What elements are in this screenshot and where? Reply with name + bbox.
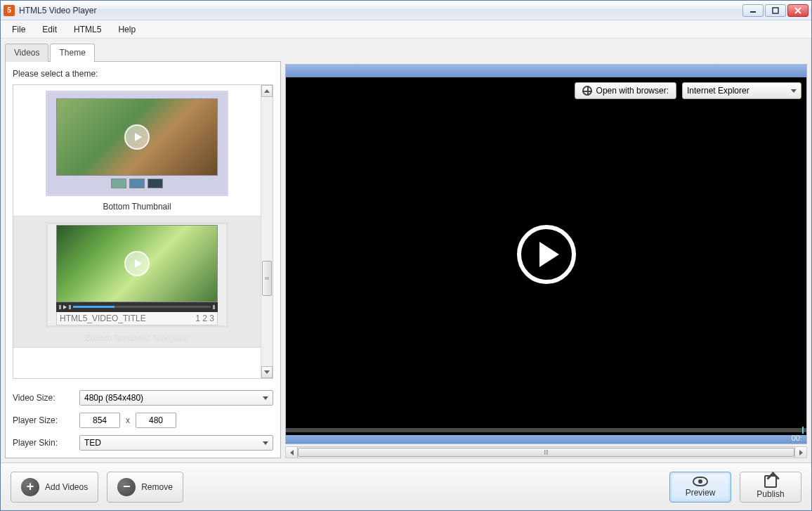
eye-icon	[693, 477, 708, 486]
globe-icon	[582, 86, 592, 96]
theme-thumbnail-row	[111, 179, 163, 188]
scroll-down-button[interactable]	[261, 366, 273, 378]
publish-icon	[764, 475, 777, 488]
menu-help[interactable]: Help	[111, 22, 143, 37]
minimize-button[interactable]	[742, 4, 764, 17]
window-title: HTML5 Video Player	[19, 6, 742, 15]
theme-title-bar: HTML5_VIDEO_TITLE 1 2 3	[56, 312, 218, 325]
play-button-icon[interactable]	[517, 225, 576, 284]
player-header-strip	[286, 65, 806, 77]
preview-label: Preview	[686, 488, 716, 498]
scroll-up-button[interactable]	[261, 85, 273, 97]
player-width-input[interactable]	[79, 413, 120, 428]
remove-label: Remove	[141, 482, 173, 492]
player-size-row: x	[79, 413, 273, 428]
video-size-label: Video Size:	[13, 393, 79, 403]
theme-list-container: Bottom Thumbnail	[13, 84, 273, 379]
app-window: 5 HTML5 Video Player File Edit HTML5 Hel…	[0, 0, 812, 511]
theme-scrollbar[interactable]	[261, 85, 273, 378]
theme-list: Bottom Thumbnail	[13, 85, 261, 378]
player-height-input[interactable]	[136, 413, 176, 428]
play-overlay-icon	[124, 251, 150, 276]
add-videos-button[interactable]: + Add Videos	[11, 472, 98, 503]
left-panel: Videos Theme Please select a theme:	[5, 39, 281, 458]
chevron-down-icon	[263, 396, 268, 400]
tab-videos[interactable]: Videos	[5, 44, 48, 62]
theme-mini-title: HTML5_VIDEO_TITLE	[60, 313, 146, 323]
menu-html5[interactable]: HTML5	[67, 22, 108, 37]
close-button[interactable]	[787, 4, 808, 17]
theme-caption: Bottom Thumbnail	[103, 202, 171, 212]
publish-label: Publish	[757, 489, 784, 499]
player-size-label: Player Size:	[13, 415, 79, 425]
content-area: Open with browser: Internet Explorer Vid…	[1, 39, 811, 463]
theme-panel-body: Please select a theme: Bottom Thumbnail	[5, 61, 281, 458]
browser-select[interactable]: Internet Explorer	[682, 82, 801, 99]
menu-edit[interactable]: Edit	[35, 22, 64, 37]
window-controls	[742, 4, 808, 17]
preview-button[interactable]: Preview	[669, 472, 731, 503]
theme-caption: Bottom Numberic Navigator	[85, 333, 188, 343]
theme-item[interactable]: HTML5_VIDEO_TITLE 1 2 3 Bottom Numberic …	[13, 216, 261, 348]
player-footer-strip	[286, 435, 806, 444]
app-icon: 5	[4, 5, 15, 16]
theme-video-frame	[56, 98, 218, 176]
settings-grid: Video Size: 480p (854x480) Player Size: …	[13, 390, 273, 451]
open-with-browser-button[interactable]: Open with browser:	[575, 82, 676, 99]
remove-button[interactable]: − Remove	[107, 472, 183, 503]
publish-button[interactable]: Publish	[740, 472, 801, 503]
right-panel: 00:	[285, 64, 807, 458]
video-player[interactable]: 00:	[285, 64, 807, 444]
plus-icon: +	[21, 478, 39, 496]
chevron-down-icon	[791, 89, 797, 93]
tabs-row: Videos Theme	[5, 43, 281, 61]
progress-bar[interactable]	[286, 428, 806, 432]
player-skin-value: TED	[84, 438, 101, 448]
horizontal-scrollbar[interactable]	[285, 446, 807, 458]
video-size-select[interactable]: 480p (854x480)	[79, 390, 273, 406]
theme-mini-pages: 1 2 3	[195, 313, 214, 323]
menubar: File Edit HTML5 Help	[1, 20, 811, 39]
minus-icon: −	[117, 478, 136, 496]
h-scrollbar-thumb[interactable]	[298, 448, 794, 457]
maximize-button[interactable]	[765, 4, 786, 17]
svg-rect-1	[773, 8, 778, 13]
time-display: 00:	[792, 434, 802, 442]
titlebar[interactable]: 5 HTML5 Video Player	[1, 1, 811, 20]
player-skin-select[interactable]: TED	[79, 435, 273, 451]
scroll-right-button[interactable]	[794, 447, 806, 458]
theme-heading: Please select a theme:	[13, 69, 273, 79]
theme-preview: HTML5_VIDEO_TITLE 1 2 3	[46, 222, 228, 328]
player-skin-label: Player Skin:	[13, 438, 79, 448]
browser-select-value: Internet Explorer	[687, 86, 749, 96]
chevron-down-icon	[263, 441, 268, 445]
add-videos-label: Add Videos	[45, 482, 88, 492]
browser-toolbar: Open with browser: Internet Explorer	[575, 82, 801, 99]
theme-preview	[46, 91, 228, 196]
play-overlay-icon	[124, 124, 150, 150]
theme-video-frame	[56, 225, 218, 302]
scroll-left-button[interactable]	[286, 447, 298, 458]
scrollbar-thumb[interactable]	[262, 261, 272, 296]
bottom-bar: + Add Videos − Remove Preview Publish	[1, 463, 811, 510]
menu-file[interactable]: File	[5, 22, 32, 37]
theme-control-bar	[56, 302, 218, 312]
open-with-browser-label: Open with browser:	[596, 86, 669, 96]
size-separator: x	[126, 415, 130, 425]
tab-theme[interactable]: Theme	[50, 44, 94, 62]
video-size-value: 480p (854x480)	[84, 393, 143, 403]
theme-item[interactable]: Bottom Thumbnail	[13, 85, 261, 216]
